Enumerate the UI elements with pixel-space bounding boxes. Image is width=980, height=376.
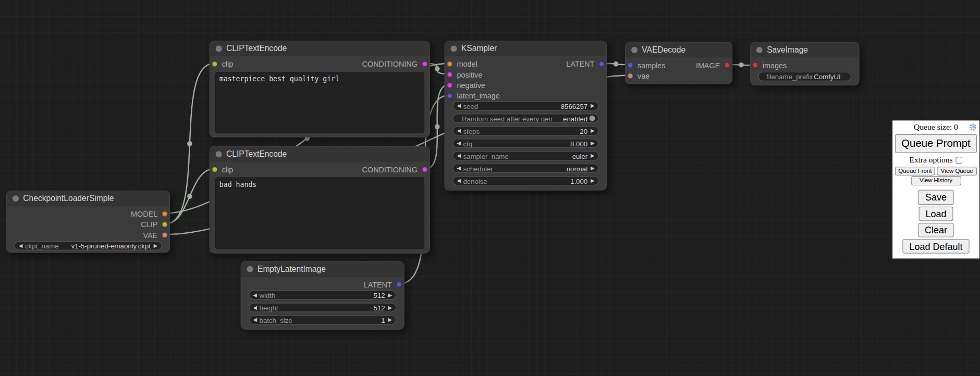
node-checkpoint-loader[interactable]: CheckpointLoaderSimple MODEL CLIP VAE: [6, 191, 170, 253]
input-slot-negative[interactable]: negative: [445, 81, 485, 90]
node-clip-text-encode-negative[interactable]: CLIPTextEncode clip CONDITIONING bad han…: [210, 146, 430, 254]
slot-dot-image[interactable]: [753, 62, 758, 68]
slot-dot-latent[interactable]: [396, 282, 402, 287]
output-slot-latent[interactable]: LATENT: [566, 60, 606, 69]
widget-steps[interactable]: ◀ steps 20 ▶: [452, 126, 599, 135]
slot-dot-latent[interactable]: [447, 93, 452, 99]
increment-arrow-icon[interactable]: ▶: [590, 103, 596, 108]
increment-arrow-icon[interactable]: ▶: [590, 178, 596, 183]
decrement-arrow-icon[interactable]: ◀: [456, 141, 462, 146]
next-option-arrow-icon[interactable]: ▶: [590, 166, 596, 171]
slot-dot-latent[interactable]: [628, 62, 633, 68]
output-slot-vae[interactable]: VAE: [143, 231, 169, 240]
collapse-dot-icon[interactable]: [450, 45, 457, 52]
input-slot-samples[interactable]: samples: [626, 61, 665, 70]
collapse-dot-icon[interactable]: [216, 45, 222, 52]
widget-cfg[interactable]: ◀ cfg 8.000 ▶: [452, 139, 599, 148]
toggle-on-indicator[interactable]: [590, 116, 595, 121]
slot-dot-latent[interactable]: [599, 61, 605, 67]
node-title-bar[interactable]: VAEDecode: [626, 43, 732, 58]
prev-option-arrow-icon[interactable]: ◀: [456, 166, 462, 171]
widget-ckpt-name[interactable]: ◀ ckpt_name v1-5-pruned-emaonly.ckpt ▶: [15, 241, 162, 250]
widget-denoise[interactable]: ◀ denoise 1.000 ▶: [452, 176, 599, 185]
settings-gear-icon[interactable]: [969, 123, 977, 131]
load-default-button[interactable]: Load Default: [902, 239, 969, 254]
load-button[interactable]: Load: [918, 206, 953, 221]
slot-dot-model[interactable]: [447, 61, 452, 67]
node-ksampler[interactable]: KSampler model LATENT positive: [444, 41, 607, 191]
widget-batch-size[interactable]: ◀ batch_size 1 ▶: [249, 315, 396, 324]
queue-front-button[interactable]: Queue Front: [895, 167, 935, 176]
widget-seed[interactable]: ◀ seed 8566257 ▶: [452, 101, 599, 110]
input-slot-positive[interactable]: positive: [445, 70, 483, 79]
output-slot-conditioning[interactable]: CONDITIONING: [362, 60, 430, 69]
slot-dot-conditioning[interactable]: [422, 167, 427, 172]
decrement-arrow-icon[interactable]: ◀: [252, 318, 258, 323]
increment-arrow-icon[interactable]: ▶: [387, 293, 393, 298]
increment-arrow-icon[interactable]: ▶: [387, 318, 393, 323]
slot-dot-clip[interactable]: [162, 222, 168, 228]
decrement-arrow-icon[interactable]: ◀: [252, 305, 258, 310]
node-save-image[interactable]: SaveImage images filename_prefix ComfyUI: [750, 42, 860, 85]
input-slot-clip[interactable]: clip: [210, 165, 233, 174]
output-slot-conditioning[interactable]: CONDITIONING: [362, 165, 430, 174]
slot-dot-vae[interactable]: [162, 232, 168, 238]
output-slot-image[interactable]: IMAGE: [696, 61, 732, 70]
widget-random-seed-toggle[interactable]: Random seed after every gen enabled: [452, 114, 599, 123]
collapse-dot-icon[interactable]: [247, 266, 253, 272]
widget-sampler-name[interactable]: ◀ sampler_name euler ▶: [452, 151, 599, 160]
input-slot-model[interactable]: model: [445, 60, 477, 69]
clear-button[interactable]: Clear: [918, 223, 954, 237]
node-clip-text-encode-positive[interactable]: CLIPTextEncode clip CONDITIONING masterp…: [210, 41, 430, 137]
widget-height[interactable]: ◀ height 512 ▶: [249, 303, 396, 312]
node-title-bar[interactable]: CLIPTextEncode: [210, 41, 430, 56]
save-button[interactable]: Save: [918, 190, 953, 205]
prev-option-arrow-icon[interactable]: ◀: [18, 243, 24, 248]
node-title-bar[interactable]: CheckpointLoaderSimple: [7, 191, 169, 206]
extra-options-checkbox[interactable]: [956, 156, 963, 163]
output-slot-clip[interactable]: CLIP: [141, 220, 169, 229]
input-slot-clip[interactable]: clip: [210, 60, 233, 69]
next-option-arrow-icon[interactable]: ▶: [153, 243, 159, 248]
input-slot-images[interactable]: images: [751, 61, 787, 70]
decrement-arrow-icon[interactable]: ◀: [456, 128, 462, 133]
view-queue-button[interactable]: View Queue: [937, 167, 977, 176]
slot-dot-conditioning[interactable]: [447, 72, 452, 78]
positive-prompt-textarea[interactable]: masterpiece best quality girl: [215, 72, 424, 133]
node-graph-canvas[interactable]: CheckpointLoaderSimple MODEL CLIP VAE: [0, 0, 980, 376]
view-history-button[interactable]: View History: [911, 177, 961, 186]
output-slot-latent[interactable]: LATENT: [364, 280, 404, 289]
widget-scheduler[interactable]: ◀ scheduler normal ▶: [452, 164, 599, 173]
node-title-bar[interactable]: SaveImage: [751, 43, 859, 58]
node-title-bar[interactable]: EmptyLatentImage: [241, 261, 404, 277]
slot-dot-clip[interactable]: [212, 167, 217, 172]
collapse-dot-icon[interactable]: [756, 46, 763, 53]
prev-option-arrow-icon[interactable]: ◀: [456, 153, 462, 158]
collapse-dot-icon[interactable]: [631, 46, 638, 53]
slot-dot-conditioning[interactable]: [447, 82, 452, 88]
input-slot-latent-image[interactable]: latent_image: [445, 92, 500, 101]
widget-filename-prefix[interactable]: filename_prefix ComfyUI: [758, 72, 851, 81]
node-empty-latent-image[interactable]: EmptyLatentImage LATENT ◀ width 512 ▶ ◀ …: [241, 261, 405, 330]
slot-dot-clip[interactable]: [212, 61, 217, 67]
slot-dot-image[interactable]: [725, 62, 730, 68]
decrement-arrow-icon[interactable]: ◀: [252, 293, 258, 298]
next-option-arrow-icon[interactable]: ▶: [590, 153, 596, 158]
collapse-dot-icon[interactable]: [216, 151, 222, 157]
slot-dot-conditioning[interactable]: [422, 61, 427, 67]
negative-prompt-textarea[interactable]: bad hands: [215, 178, 424, 249]
input-slot-vae[interactable]: vae: [626, 71, 650, 80]
node-title-bar[interactable]: CLIPTextEncode: [210, 147, 430, 162]
slot-dot-vae[interactable]: [628, 73, 633, 79]
slot-dot-model[interactable]: [162, 211, 168, 217]
increment-arrow-icon[interactable]: ▶: [387, 305, 393, 310]
collapse-dot-icon[interactable]: [13, 195, 19, 202]
decrement-arrow-icon[interactable]: ◀: [456, 103, 462, 108]
node-vae-decode[interactable]: VAEDecode samples IMAGE vae: [625, 42, 732, 84]
output-slot-model[interactable]: MODEL: [131, 209, 169, 218]
widget-width[interactable]: ◀ width 512 ▶: [249, 291, 396, 300]
decrement-arrow-icon[interactable]: ◀: [456, 178, 462, 183]
increment-arrow-icon[interactable]: ▶: [590, 141, 596, 146]
queue-prompt-button[interactable]: Queue Prompt: [895, 134, 977, 153]
node-title-bar[interactable]: KSampler: [445, 41, 606, 56]
